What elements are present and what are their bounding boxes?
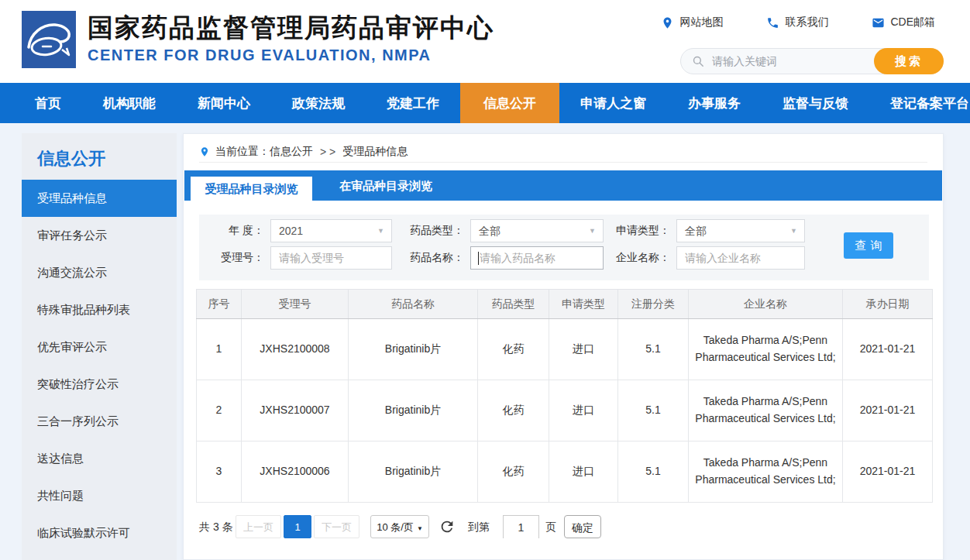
cde-logo[interactable] [22,11,76,68]
table-header-row: 序号 受理号 药品名称 药品类型 申请类型 注册分类 企业名称 承办日期 [197,290,933,319]
breadcrumb-pin-icon [199,146,210,157]
next-page-button[interactable]: 下一页 [314,515,359,538]
drug-name-input[interactable] [471,247,603,269]
sidebar-item-three-in-one[interactable]: 三合一序列公示 [22,403,177,440]
goto-page-unit: 页 [545,515,556,538]
cde-logo-icon [22,11,76,68]
sidebar-title: 信息公开 [22,133,177,180]
tab-bar: 受理品种目录浏览 在审品种目录浏览 [184,170,942,201]
page-size-select[interactable]: 10 条/页▼ [370,515,429,538]
sidebar-item-communication[interactable]: 沟通交流公示 [22,254,177,291]
link-contact[interactable]: 联系我们 [766,15,828,29]
nav-item-news[interactable]: 新闻中心 [177,83,271,123]
cell-index: 1 [197,319,242,380]
drug-type-select[interactable]: 全部 ▼ [470,219,604,242]
top-links: 网站地图 联系我们 CDE邮箱 [661,15,935,29]
query-button[interactable]: 查询 [844,232,893,259]
nav-item-applicant-window[interactable]: 申请人之窗 [559,83,667,123]
acceptance-number-input-wrap [270,246,392,270]
sidebar-item-accepted-products[interactable]: 受理品种信息 [22,180,177,217]
sidebar-item-special-approval[interactable]: 特殊审批品种列表 [22,291,177,328]
sidebar-item-delivery-info[interactable]: 送达信息 [22,440,177,477]
col-header-application-type: 申请类型 [549,290,618,319]
cell-company: Takeda Pharma A/S;Penn Pharmaceutical Se… [689,380,843,441]
search-button[interactable]: 搜索 [874,48,944,74]
goto-page-input[interactable] [504,517,538,538]
site-subtitle: CENTER FOR DRUG EVALUATION, NMPA [88,46,494,64]
chevron-down-icon: ▼ [377,220,384,242]
page-size-value: 10 条/页 [377,521,414,533]
drug-type-label: 药品类型： [399,224,464,238]
sidebar: 信息公开 受理品种信息 审评任务公示 沟通交流公示 特殊审批品种列表 优先审评公… [22,133,177,560]
company-name-input-wrap [676,246,805,270]
cell-index: 3 [197,441,242,503]
nav-item-organization[interactable]: 机构职能 [82,83,177,123]
col-header-index: 序号 [197,290,242,319]
drug-name-field: 药品名称： [399,246,604,270]
link-contact-label: 联系我们 [785,15,828,29]
sidebar-item-review-tasks[interactable]: 审评任务公示 [22,217,177,254]
cell-drug-type: 化药 [478,319,549,380]
col-header-registration-class: 注册分类 [618,290,689,319]
page-1-button[interactable]: 1 [284,515,311,538]
sidebar-item-priority-review[interactable]: 优先审评公示 [22,328,177,366]
nav-item-party-building[interactable]: 党建工作 [366,83,460,123]
breadcrumb-prefix[interactable]: 当前位置：信息公开 [215,145,313,159]
refresh-icon[interactable] [439,518,456,535]
year-label: 年 度： [199,224,264,238]
nav-item-services[interactable]: 办事服务 [667,83,762,123]
nav-item-supervision-feedback[interactable]: 监督与反馈 [762,83,869,123]
chevron-down-icon: ▼ [417,525,423,532]
application-type-label: 申请类型： [605,224,670,238]
cell-drug-name: Brigatinib片 [349,441,478,503]
nav-item-home[interactable]: 首页 [14,83,82,123]
cell-acceptance-date: 2021-01-21 [843,319,933,380]
acceptance-number-input[interactable] [271,247,391,269]
sidebar-item-breakthrough-therapy[interactable]: 突破性治疗公示 [22,366,177,403]
site-header: 国家药品监督管理局药品审评中心 CENTER FOR DRUG EVALUATI… [0,0,970,83]
cell-drug-type: 化药 [478,441,549,503]
prev-page-button[interactable]: 上一页 [236,515,281,538]
pagination: 共 3 条 上一页 1 下一页 10 条/页▼ 到第 页 确定 [184,515,943,538]
nav-item-policies[interactable]: 政策法规 [271,83,366,123]
acceptance-number-field: 受理号： [199,246,392,270]
company-name-input[interactable] [677,247,804,269]
cell-acceptance-date: 2021-01-21 [843,441,933,503]
filter-panel: 年 度： 2021 ▼ 药品类型： 全部 ▼ 申请类型： 全部 ▼ [199,215,929,280]
breadcrumb: 当前位置：信息公开 > > 受理品种信息 [199,143,408,160]
link-sitemap-label: 网站地图 [679,15,723,29]
chevron-down-icon: ▼ [589,220,596,242]
year-select[interactable]: 2021 ▼ [270,219,392,242]
cell-application-type: 进口 [549,380,618,441]
cell-company: Takeda Pharma A/S;Penn Pharmaceutical Se… [689,319,843,380]
text-cursor [478,252,479,265]
breadcrumb-separator: > > [320,146,335,158]
nav-item-registration-platform[interactable]: 登记备案平台 [869,83,970,123]
page: 国家药品监督管理局药品审评中心 CENTER FOR DRUG EVALUATI… [0,0,970,560]
nav-item-info-disclosure[interactable]: 信息公开 [460,83,559,123]
drug-type-field: 药品类型： 全部 ▼ [399,219,604,242]
pagination-total: 共 3 条 [199,515,233,538]
tab-accepted-catalog[interactable]: 受理品种目录浏览 [191,177,312,201]
site-titles: 国家药品监督管理局药品审评中心 CENTER FOR DRUG EVALUATI… [88,12,494,64]
confirm-button[interactable]: 确定 [564,515,601,538]
col-header-company: 企业名称 [689,290,843,319]
cell-company: Takeda Pharma A/S;Penn Pharmaceutical Se… [689,441,843,503]
breadcrumb-divider [199,162,927,163]
company-name-field: 企业名称： [605,246,805,270]
tab-under-review-catalog[interactable]: 在审品种目录浏览 [312,170,459,201]
cell-drug-name: Brigatinib片 [349,380,478,441]
phone-icon [766,16,779,29]
search-icon [692,55,704,67]
link-sitemap[interactable]: 网站地图 [661,15,723,29]
col-header-acceptance-date: 承办日期 [843,290,933,319]
application-type-select[interactable]: 全部 ▼ [676,219,805,242]
sidebar-item-clinical-trial-license[interactable]: 临床试验默示许可 [22,514,177,551]
drug-name-label: 药品名称： [399,251,464,265]
goto-page-input-wrap [503,515,539,538]
results-table: 序号 受理号 药品名称 药品类型 申请类型 注册分类 企业名称 承办日期 1 J… [196,289,933,503]
sidebar-item-common-issues[interactable]: 共性问题 [22,477,177,514]
cell-acceptance-number: JXHS2100006 [242,441,349,503]
site-title: 国家药品监督管理局药品审评中心 [88,12,494,43]
link-cde-mail[interactable]: CDE邮箱 [872,15,935,29]
